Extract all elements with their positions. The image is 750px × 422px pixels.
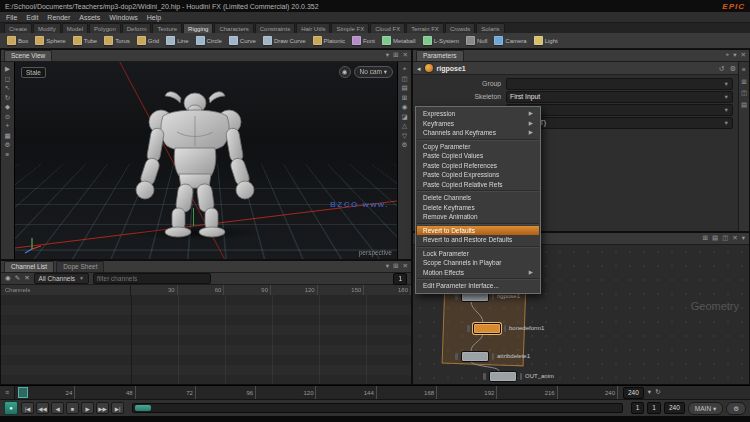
channel-grid[interactable]	[1, 295, 411, 384]
shelf-tool[interactable]: Tube	[70, 35, 100, 46]
pane-menu-icon[interactable]: ✕	[403, 263, 408, 270]
shelf-tab[interactable]: Terrain FX	[406, 23, 444, 33]
shelf-tab[interactable]: Simple FX	[331, 23, 369, 33]
viewport-tool-icon[interactable]: ▦	[4, 133, 10, 140]
shelf-tool[interactable]: Torus	[101, 35, 133, 46]
pane-menu-icon[interactable]: ▾	[386, 263, 389, 270]
shelf-tool[interactable]: Null	[463, 35, 490, 46]
end-frame-field[interactable]: 240	[664, 402, 685, 414]
context-menu-item[interactable]: Keyframes ▶	[417, 119, 539, 129]
viewport-display-icon[interactable]: ◉	[402, 104, 408, 111]
playhead-marker[interactable]	[18, 387, 28, 398]
channel-scope-dropdown[interactable]: All Channels ▼	[34, 273, 89, 284]
network-header-icon[interactable]: ✕	[732, 235, 737, 242]
viewport-tool-icon[interactable]: ⚙	[5, 142, 11, 149]
node-header-icon[interactable]: ⚙	[730, 65, 736, 72]
viewport-tool-icon[interactable]: ▶	[5, 66, 10, 73]
playbar-toggle-pill[interactable]: MAIN ▾	[688, 402, 723, 415]
menu-item[interactable]: Assets	[79, 14, 100, 21]
graph-node[interactable]: OUT_anim	[483, 371, 554, 381]
shelf-tab[interactable]: Constraints	[255, 23, 295, 33]
transport-button[interactable]: ▶|	[111, 402, 124, 414]
frame-slider[interactable]	[132, 403, 623, 413]
shelf-tool[interactable]: Grid	[134, 35, 162, 46]
transport-button[interactable]: ◀	[51, 402, 64, 414]
network-header-icon[interactable]: ▤	[712, 235, 718, 242]
viewport-display-icon[interactable]: ⌖	[403, 66, 407, 73]
viewport-3d[interactable]: Stale ◉ No cam ▾ BZCO www. perspective	[14, 62, 398, 259]
transport-button[interactable]: ▶	[81, 402, 94, 414]
viewport-display-icon[interactable]: ▤	[401, 85, 407, 92]
channel-toolbar-icon[interactable]: ◉	[5, 275, 11, 282]
parameters-tab[interactable]: Parameters	[416, 50, 464, 61]
shelf-tab[interactable]: Deform	[122, 23, 152, 33]
shelf-tool[interactable]: Line	[163, 35, 191, 46]
bypass-flag[interactable]	[467, 325, 470, 332]
context-menu-item[interactable]: Revert to Defaults ▶	[417, 226, 539, 236]
back-arrow-icon[interactable]: ◂	[417, 65, 421, 72]
display-flag[interactable]	[492, 353, 495, 360]
context-menu-item[interactable]: Paste Copied Values ▶	[417, 151, 539, 161]
side-toolbar-icon[interactable]: ≡	[742, 67, 746, 74]
channel-pane-tab[interactable]: Channel List	[4, 261, 54, 272]
shelf-tab[interactable]: Modify	[33, 23, 61, 33]
context-menu-item[interactable]: Copy Parameter ▶	[417, 142, 539, 152]
character-model[interactable]	[125, 86, 265, 238]
shelf-tab[interactable]: Create	[4, 23, 32, 33]
channel-toolbar-icon[interactable]: ✕	[24, 275, 29, 282]
viewport-display-icon[interactable]: △	[402, 123, 407, 130]
timeline-option-icon[interactable]: ↻	[655, 389, 660, 396]
pane-menu-icon[interactable]: ⌖	[726, 52, 730, 59]
display-flag[interactable]	[492, 293, 495, 300]
network-header-icon[interactable]: ▾	[742, 235, 745, 242]
side-toolbar-icon[interactable]: ▤	[741, 102, 747, 109]
viewport-display-icon[interactable]: ◪	[401, 114, 407, 121]
network-header-icon[interactable]: ◫	[722, 235, 728, 242]
shelf-tab[interactable]: Texture	[152, 23, 182, 33]
channel-toolbar-icon[interactable]: ✎	[15, 275, 20, 282]
shelf-tool[interactable]: Curve	[226, 35, 259, 46]
transport-button[interactable]: |◀	[21, 402, 34, 414]
context-menu-item[interactable]: Paste Copied References ▶	[417, 161, 539, 171]
context-menu-item[interactable]: Delete Keyframes ▶	[417, 203, 539, 213]
bypass-flag[interactable]	[483, 373, 486, 380]
graph-node[interactable]: attribdelete1	[455, 351, 530, 361]
network-header-icon[interactable]: ⊞	[703, 235, 708, 242]
pane-menu-icon[interactable]: ⊞	[393, 52, 398, 59]
menu-item[interactable]: Windows	[109, 14, 137, 21]
playbar-toggle-pill[interactable]: ⚙	[726, 402, 746, 415]
viewport-display-icon[interactable]: ◫	[401, 76, 407, 83]
camera-selector-button[interactable]: No cam ▾	[354, 66, 393, 78]
context-menu-item[interactable]: Paste Copied Expressions ▶	[417, 170, 539, 180]
transport-button[interactable]: ▶▶	[96, 402, 109, 414]
viewport-tool-icon[interactable]: +	[6, 123, 10, 130]
shelf-tab[interactable]: Characters	[214, 23, 253, 33]
transport-button[interactable]: ◀◀	[36, 402, 49, 414]
display-flag[interactable]	[504, 325, 507, 332]
channel-filter-input[interactable]	[93, 273, 211, 284]
shelf-tab[interactable]: Model	[62, 23, 88, 33]
context-menu-item[interactable]: Channels and Keyframes ▶	[417, 128, 539, 140]
context-menu-item[interactable]: Lock Parameter ▶	[417, 249, 539, 259]
transport-button[interactable]: ■	[66, 402, 79, 414]
pane-menu-icon[interactable]: ▾	[386, 52, 389, 59]
shelf-tool[interactable]: Light	[531, 35, 561, 46]
viewport-tool-icon[interactable]: ◻	[5, 76, 10, 83]
set-key-button[interactable]: ●	[4, 401, 18, 415]
viewport-display-icon[interactable]: ⊞	[402, 95, 407, 102]
menu-item[interactable]: Help	[147, 14, 161, 21]
shelf-tool[interactable]: Draw Curve	[260, 35, 309, 46]
context-menu-item[interactable]: Scope Channels in Playbar ▶	[417, 258, 539, 268]
pane-menu-icon[interactable]: ⊞	[393, 263, 398, 270]
timeline-ruler[interactable]: 24487296120144168192216240	[14, 386, 618, 399]
pane-menu-icon[interactable]: ✕	[403, 52, 408, 59]
shelf-tool[interactable]: Font	[349, 35, 378, 46]
context-menu-item[interactable]: Edit Parameter Interface... ▶	[417, 281, 539, 291]
current-node-name[interactable]: rigpose1	[437, 65, 466, 72]
pane-menu-icon[interactable]: ✕	[741, 52, 746, 59]
shelf-tool[interactable]: Sphere	[32, 35, 68, 46]
channel-frame-field[interactable]: 1	[393, 273, 407, 285]
display-flag[interactable]	[520, 373, 523, 380]
viewport-tool-icon[interactable]: ≡	[6, 152, 10, 159]
bypass-flag[interactable]	[455, 353, 458, 360]
